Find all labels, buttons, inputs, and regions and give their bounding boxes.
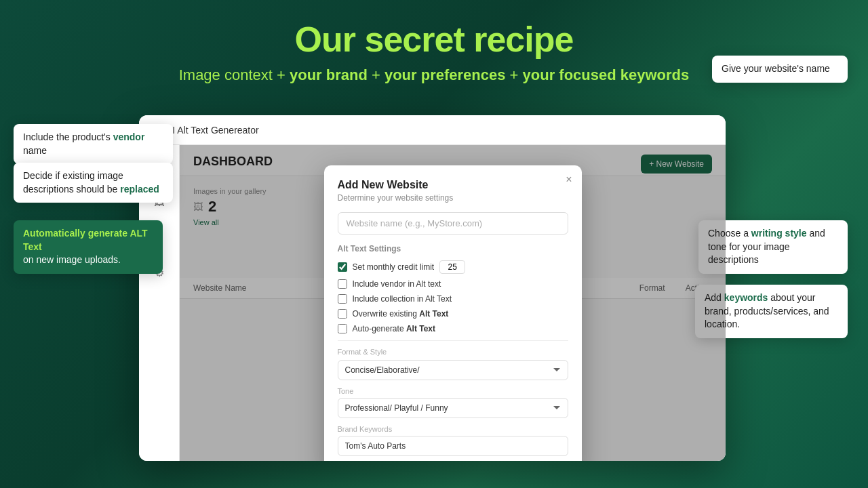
callout-vendor-part1: Include the product's [23, 131, 113, 142]
callout-website-name-text: Give your website's name [722, 63, 830, 74]
modal-close-button[interactable]: × [566, 174, 572, 186]
app-title: AI Alt Text Genereator [166, 125, 259, 136]
tone-select[interactable]: Professional/ Playful / Funny [338, 398, 568, 418]
auto-generate-row: Auto-generate Alt Text [338, 324, 568, 333]
include-vendor-row: Include vendor in Alt text [338, 279, 568, 289]
callout-keywords-accent: keywords [724, 292, 768, 303]
subtitle-prefs: your preferences [384, 66, 506, 83]
subtitle-brand: your brand [290, 66, 368, 83]
callout-autogen-part1: Automatically generate ALT Text [23, 228, 148, 252]
callout-vendor: Include the product's vendor name [14, 124, 173, 164]
app-window: ☰ AI Alt Text Genereator ⊞ 🖼 ⊡ ⚙ DASHBOA… [139, 115, 726, 461]
modal-subtitle: Determine your website settings [338, 193, 568, 203]
callout-replace: Decide if existing image descriptions sh… [14, 163, 173, 203]
monthly-limit-row: Set monthly credit limit [338, 260, 568, 274]
overwrite-existing-row: Overwrite existing Alt Text [338, 309, 568, 319]
include-vendor-label: Include vendor in Alt text [353, 279, 441, 289]
hero-title: Our secret recipe [14, 19, 854, 60]
app-body: ⊞ 🖼 ⊡ ⚙ DASHBOARD + New Website Images i… [139, 145, 726, 461]
format-section-label: Format & Style [338, 348, 568, 356]
alt-text-settings-label: Alt Text Settings [338, 244, 568, 253]
callout-autogen: Automatically generate ALT Text on new i… [14, 220, 163, 274]
overwrite-label: Overwrite existing Alt Text [353, 309, 449, 319]
website-name-input[interactable] [338, 212, 568, 235]
callout-website-name: Give your website's name [712, 56, 848, 83]
include-collection-checkbox[interactable] [338, 294, 347, 304]
auto-generate-checkbox[interactable] [338, 324, 347, 333]
overwrite-checkbox[interactable] [338, 309, 347, 319]
callout-replace-part1: Decide if existing image descriptions sh… [23, 170, 123, 195]
subtitle-part2: + [368, 66, 384, 83]
brand-keywords-input[interactable] [338, 436, 568, 456]
include-collection-label: Include collection in Alt Text [353, 294, 452, 304]
monthly-limit-label: Set monthly credit limit [353, 262, 435, 272]
modal-title: Add New Website [338, 179, 568, 191]
callout-replace-accent: replaced [120, 184, 159, 195]
brand-keywords-label: Brand Keywords [338, 425, 568, 433]
monthly-limit-checkbox[interactable] [338, 262, 347, 272]
app-titlebar: ☰ AI Alt Text Genereator [139, 115, 726, 145]
callout-vendor-part2: name [23, 145, 47, 156]
callout-autogen-part2: on new image uploads. [23, 253, 153, 267]
format-select[interactable]: Concise/Elaborative/ [338, 360, 568, 380]
subtitle-part1: Image context + [179, 66, 290, 83]
auto-generate-label: Auto-generate Alt Text [353, 324, 436, 333]
include-vendor-checkbox[interactable] [338, 279, 347, 289]
include-collection-row: Include collection in Alt Text [338, 294, 568, 304]
main-content: DASHBOARD + New Website Images in your g… [180, 145, 726, 461]
callout-vendor-accent: vendor [113, 131, 145, 142]
tone-label: Tone [338, 387, 568, 395]
subtitle-part3: + [505, 66, 522, 83]
subtitle-keywords: your focused keywords [523, 66, 690, 83]
monthly-limit-input[interactable] [439, 260, 465, 274]
callout-writing-accent: writing style [751, 228, 807, 239]
add-website-modal: × Add New Website Determine your website… [324, 165, 582, 461]
modal-overlay: × Add New Website Determine your website… [180, 145, 726, 461]
